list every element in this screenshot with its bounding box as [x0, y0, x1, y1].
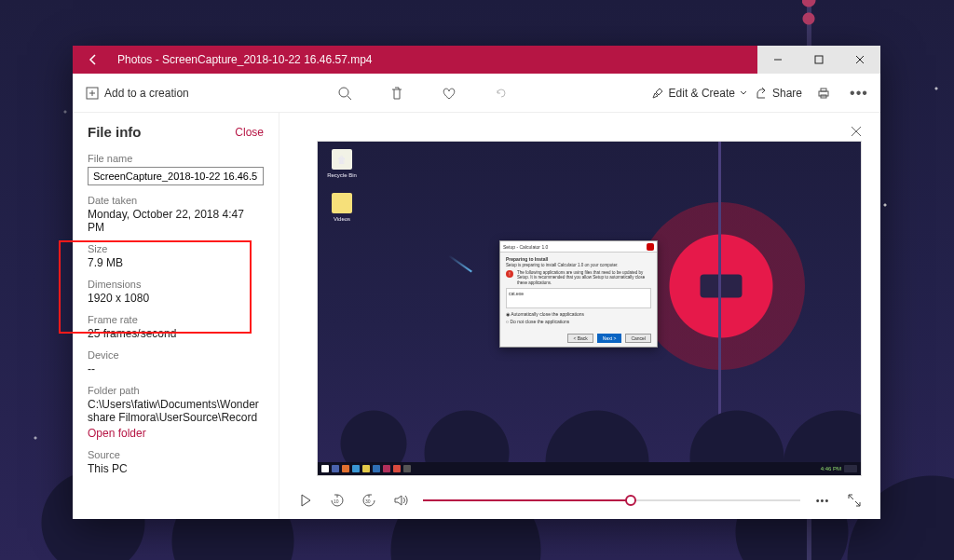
file-info-panel: File info Close File name Date taken Mon…	[73, 113, 279, 519]
video-preview-area: 🗑 Recycle Bin Videos Setup - Calculator …	[279, 113, 880, 482]
task-icon	[352, 465, 360, 472]
date-label: Date taken	[88, 195, 264, 206]
favorite-icon[interactable]	[435, 79, 463, 107]
toolbar-right: Edit & Create Share •••	[651, 79, 873, 107]
warning-icon: !	[506, 270, 513, 278]
frame-folder: Videos	[325, 193, 359, 222]
add-to-creation-label: Add to a creation	[104, 87, 189, 100]
minimize-button[interactable]	[757, 46, 798, 74]
window-title: Photos - ScreenCapture_2018-10-22 16.46.…	[114, 53, 757, 66]
installer-subheading: Setup is preparing to install Calculator…	[506, 263, 651, 267]
rotate-icon[interactable]	[487, 79, 515, 107]
size-label: Size	[88, 243, 264, 254]
folder-value: C:\Users\fatiw\Documents\Wondershare Fil…	[88, 398, 264, 424]
seek-thumb[interactable]	[625, 495, 636, 506]
folder-label: Folder path	[88, 385, 264, 396]
svg-rect-4	[821, 89, 826, 91]
panel-title: File info	[88, 124, 142, 140]
toolbar-center	[195, 79, 651, 107]
task-icon	[383, 465, 390, 472]
recycle-bin-label: Recycle Bin	[325, 172, 359, 178]
device-value: --	[88, 362, 264, 376]
share-button[interactable]: Share	[755, 87, 802, 100]
zoom-icon[interactable]	[331, 79, 359, 107]
close-window-button[interactable]	[839, 46, 880, 74]
installer-cancel-button: Cancel	[625, 334, 651, 343]
installer-radio-auto: ◉ Automatically close the applications	[506, 311, 651, 317]
titlebar: Photos - ScreenCapture_2018-10-22 16.46.…	[73, 46, 880, 74]
device-label: Device	[88, 349, 264, 361]
playback-controls: 10 30 •••	[279, 482, 880, 519]
installer-warning: ! The following applications are using f…	[506, 270, 651, 285]
print-icon[interactable]	[810, 79, 838, 107]
frame-installer-dialog: Setup - Calculator 1.0 Preparing to Inst…	[499, 240, 658, 348]
delete-icon[interactable]	[383, 79, 411, 107]
filename-label: File name	[88, 153, 264, 164]
framerate-value: 25 frames/second	[88, 327, 264, 340]
task-icon	[373, 465, 380, 472]
edit-create-label: Edit & Create	[669, 87, 735, 100]
play-button[interactable]	[296, 491, 315, 510]
installer-next-button: Next >	[597, 334, 622, 343]
app-body: File info Close File name Date taken Mon…	[73, 113, 880, 519]
start-icon	[321, 465, 329, 472]
more-playback-button[interactable]: •••	[813, 491, 832, 510]
size-value: 7.9 MB	[88, 256, 264, 269]
toolbar: Add to a creation Edit & Create Share ••…	[73, 74, 880, 113]
installer-warning-text: The following applications are using fil…	[517, 270, 651, 285]
svg-point-2	[339, 88, 348, 97]
svg-rect-0	[815, 56, 823, 63]
date-value: Monday, October 22, 2018 4:47 PM	[88, 208, 264, 234]
svg-text:10: 10	[334, 499, 339, 504]
framerate-label: Frame rate	[88, 314, 264, 325]
chevron-down-icon	[740, 89, 747, 97]
task-icon	[342, 465, 349, 472]
installer-list-item: cat.exe	[507, 289, 650, 298]
content-close-icon[interactable]	[845, 120, 867, 143]
open-folder-link[interactable]: Open folder	[88, 427, 264, 440]
task-icon	[393, 465, 401, 472]
video-frame[interactable]: 🗑 Recycle Bin Videos Setup - Calculator …	[317, 141, 862, 476]
installer-radio-manual: ○ Do not close the applications	[506, 319, 651, 324]
frame-taskbar: 4:46 PM	[318, 462, 861, 475]
frame-clouds	[318, 378, 861, 462]
task-icon	[362, 465, 370, 472]
recycle-bin-icon: 🗑	[332, 149, 352, 170]
panel-close-link[interactable]: Close	[235, 126, 264, 139]
content-area: 🗑 Recycle Bin Videos Setup - Calculator …	[279, 113, 880, 519]
tray-icon	[844, 465, 857, 472]
installer-titlebar: Setup - Calculator 1.0	[500, 241, 657, 253]
edit-create-button[interactable]: Edit & Create	[651, 87, 747, 100]
installer-footer: < Back Next > Cancel	[567, 334, 651, 343]
volume-button[interactable]	[391, 491, 410, 510]
share-label: Share	[772, 87, 802, 100]
forward-30-button[interactable]: 30	[360, 491, 378, 510]
installer-listbox: cat.exe	[506, 288, 651, 308]
frame-recycle-bin: 🗑 Recycle Bin	[325, 149, 359, 178]
back-button[interactable]	[73, 46, 114, 74]
maximize-button[interactable]	[798, 46, 839, 74]
frame-planet	[637, 202, 805, 370]
folder-label: Videos	[325, 216, 359, 222]
add-to-creation-button[interactable]: Add to a creation	[80, 83, 195, 103]
frame-clock: 4:46 PM	[821, 466, 841, 471]
more-icon[interactable]: •••	[845, 79, 873, 107]
source-label: Source	[88, 449, 264, 460]
installer-title: Setup - Calculator 1.0	[503, 244, 548, 250]
seek-slider[interactable]	[423, 499, 800, 501]
filename-input[interactable]	[88, 167, 264, 185]
dimensions-label: Dimensions	[88, 279, 264, 290]
installer-back-button: < Back	[567, 334, 593, 343]
installer-app-icon	[647, 243, 654, 251]
installer-heading: Preparing to Install	[506, 256, 548, 262]
task-icon	[332, 465, 339, 472]
rewind-10-button[interactable]: 10	[328, 491, 347, 510]
frame-meteor	[448, 255, 472, 273]
panel-header: File info Close	[88, 124, 264, 140]
fullscreen-button[interactable]	[845, 491, 864, 510]
task-icon	[403, 465, 411, 472]
seek-progress	[423, 499, 631, 501]
svg-text:30: 30	[365, 499, 371, 504]
photos-app-window: Photos - ScreenCapture_2018-10-22 16.46.…	[73, 46, 880, 519]
window-controls	[757, 46, 880, 74]
